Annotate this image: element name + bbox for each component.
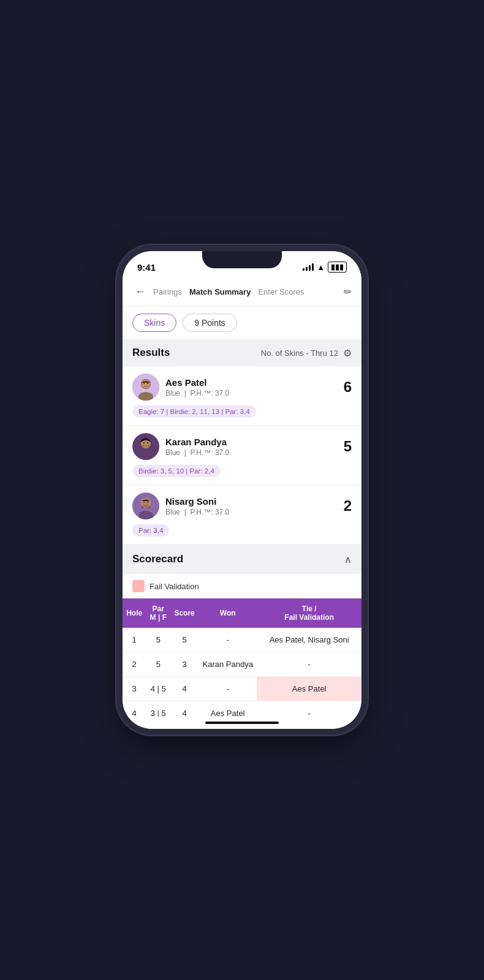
results-title: Results bbox=[132, 347, 170, 359]
col-hole: Hole bbox=[123, 598, 146, 628]
player-tag-aes: Eagle: 7 | Birdie: 2, 11, 13 | Par: 3,4 bbox=[132, 405, 256, 418]
tab-enter-scores[interactable]: Enter Scores bbox=[258, 287, 304, 296]
svg-rect-18 bbox=[143, 506, 148, 508]
cell-par: 5 bbox=[146, 628, 170, 652]
tab-pairings[interactable]: Pairings bbox=[153, 287, 182, 296]
table-row: 2 5 3 Karan Pandya - bbox=[123, 652, 361, 677]
cell-tie-fail: Aes Patel bbox=[257, 677, 361, 701]
edit-button[interactable]: ✏ bbox=[344, 286, 352, 298]
nav-tabs: Pairings Match Summary Enter Scores bbox=[153, 287, 339, 296]
avatar-karan-pandya bbox=[132, 433, 159, 460]
player-name-nisarg: Nisarg Soni bbox=[165, 496, 229, 507]
fail-legend: Fail Validation bbox=[123, 574, 361, 598]
cell-tie: Aes Patel, Nisarg Soni bbox=[257, 628, 361, 652]
cell-par: 3 | 5 bbox=[146, 701, 170, 717]
player-card-aes-patel: Aes Patel Blue | P.H.™: 37.0 6 Eagle: 7 … bbox=[123, 366, 361, 426]
scorecard-title: Scorecard bbox=[132, 553, 183, 565]
wifi-icon: ▲ bbox=[317, 263, 325, 272]
table-row-fail: 3 4 | 5 4 - Aes Patel bbox=[123, 677, 361, 701]
main-content: Skins 9 Points Results No. of Skins - Th… bbox=[123, 306, 361, 717]
notch bbox=[202, 251, 282, 268]
home-indicator bbox=[123, 717, 361, 729]
cell-hole: 2 bbox=[123, 652, 146, 677]
filter-9points[interactable]: 9 Points bbox=[183, 314, 237, 332]
table-row: 4 3 | 5 4 Aes Patel - bbox=[123, 701, 361, 717]
signal-icon bbox=[303, 263, 314, 271]
cell-won: - bbox=[199, 628, 257, 652]
cell-score: 4 bbox=[170, 677, 199, 701]
player-tag-karan: Birdie: 3, 5, 10 | Par: 2,4 bbox=[132, 465, 221, 477]
home-bar bbox=[205, 722, 279, 724]
player-meta-aes: Blue | P.H.™: 37.0 bbox=[165, 389, 229, 398]
player-score-aes: 6 bbox=[344, 379, 352, 396]
fail-legend-label: Fail Validation bbox=[149, 582, 199, 591]
cell-score: 3 bbox=[170, 652, 199, 677]
avatar-aes-patel bbox=[132, 374, 159, 401]
cell-hole: 1 bbox=[123, 628, 146, 652]
svg-point-10 bbox=[143, 442, 145, 443]
cell-score: 4 bbox=[170, 701, 199, 717]
col-score: Score bbox=[170, 598, 199, 628]
player-name-karan: Karan Pandya bbox=[165, 437, 229, 447]
col-tie: Tie /Fail Validation bbox=[257, 598, 361, 628]
scorecard-table: Hole ParM | F Score Won Tie /Fail Valida… bbox=[123, 598, 361, 717]
cell-hole: 4 bbox=[123, 701, 146, 717]
player-score-karan: 5 bbox=[344, 438, 352, 455]
svg-point-16 bbox=[143, 502, 145, 503]
player-row: Aes Patel Blue | P.H.™: 37.0 6 bbox=[132, 374, 352, 401]
cell-hole: 3 bbox=[123, 677, 146, 701]
cell-par: 4 | 5 bbox=[146, 677, 170, 701]
phone-frame: 9:41 ▲ ▮▮▮ ← Pairings Match Summary Ente… bbox=[123, 251, 361, 729]
fail-validation-dot bbox=[132, 580, 145, 592]
settings-icon[interactable]: ⚙ bbox=[343, 347, 352, 359]
player-card-karan-pandya: Karan Pandya Blue | P.H.™: 37.0 5 Birdie… bbox=[123, 426, 361, 485]
player-row: Karan Pandya Blue | P.H.™: 37.0 5 bbox=[132, 433, 352, 460]
filter-bar: Skins 9 Points bbox=[123, 306, 361, 339]
cell-tie: - bbox=[257, 652, 361, 677]
nav-header: ← Pairings Match Summary Enter Scores ✏ bbox=[123, 278, 361, 306]
table-row: 1 5 5 - Aes Patel, Nisarg Soni bbox=[123, 628, 361, 652]
svg-point-11 bbox=[147, 442, 148, 443]
results-header: Results No. of Skins - Thru 12 ⚙ bbox=[123, 339, 361, 366]
svg-point-4 bbox=[143, 383, 145, 384]
status-time: 9:41 bbox=[137, 262, 156, 273]
chevron-up-icon: ∧ bbox=[344, 554, 352, 565]
back-button[interactable]: ← bbox=[132, 283, 148, 301]
table-header: Hole ParM | F Score Won Tie /Fail Valida… bbox=[123, 598, 361, 628]
player-card-nisarg-soni: Nisarg Soni Blue | P.H.™: 37.0 2 Par: 3,… bbox=[123, 485, 361, 545]
results-meta-text: No. of Skins - Thru 12 bbox=[261, 349, 338, 358]
player-row: Nisarg Soni Blue | P.H.™: 37.0 2 bbox=[132, 492, 352, 519]
player-meta-karan: Blue | P.H.™: 37.0 bbox=[165, 448, 229, 457]
filter-skins[interactable]: Skins bbox=[132, 314, 176, 332]
cell-tie: - bbox=[257, 701, 361, 717]
avatar-nisarg-soni bbox=[132, 492, 159, 519]
cell-won: - bbox=[199, 677, 257, 701]
scorecard-header[interactable]: Scorecard ∧ bbox=[123, 545, 361, 574]
results-meta: No. of Skins - Thru 12 ⚙ bbox=[261, 347, 352, 359]
cell-score: 5 bbox=[170, 628, 199, 652]
col-par: ParM | F bbox=[146, 598, 170, 628]
tab-match-summary[interactable]: Match Summary bbox=[189, 287, 251, 296]
phone-screen: 9:41 ▲ ▮▮▮ ← Pairings Match Summary Ente… bbox=[123, 251, 361, 729]
player-tag-nisarg: Par: 3,4 bbox=[132, 524, 169, 537]
battery-icon: ▮▮▮ bbox=[328, 262, 347, 273]
cell-won: Aes Patel bbox=[199, 701, 257, 717]
svg-point-17 bbox=[147, 502, 148, 503]
cell-won: Karan Pandya bbox=[199, 652, 257, 677]
player-meta-nisarg: Blue | P.H.™: 37.0 bbox=[165, 508, 229, 516]
status-icons: ▲ ▮▮▮ bbox=[303, 262, 347, 273]
col-won: Won bbox=[199, 598, 257, 628]
player-score-nisarg: 2 bbox=[344, 497, 352, 514]
player-name-aes: Aes Patel bbox=[165, 377, 229, 388]
cell-par: 5 bbox=[146, 652, 170, 677]
svg-point-5 bbox=[147, 383, 148, 384]
